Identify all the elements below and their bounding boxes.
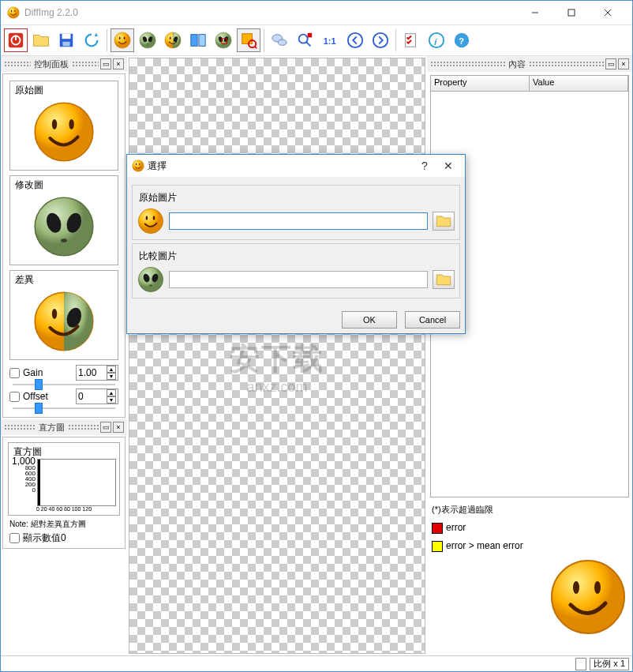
compare-path-input[interactable] <box>169 271 428 288</box>
svg-text:?: ? <box>459 36 464 46</box>
window-title: DiffImg 2.2.0 <box>24 7 517 18</box>
svg-rect-18 <box>62 34 71 39</box>
offset-spinner[interactable]: 0▲▼ <box>76 389 118 404</box>
scale-indicator[interactable]: 比例 x 1 <box>590 658 629 670</box>
view-original-button[interactable] <box>110 28 134 52</box>
select-dialog: 選擇 ? ✕ 原始圖片 比較圖片 OK Cancel <box>126 154 466 334</box>
smiley-icon <box>137 208 164 235</box>
alien-icon <box>137 266 164 293</box>
panel-close-button[interactable]: × <box>618 58 629 69</box>
panel-float-button[interactable]: ▭ <box>100 58 111 69</box>
thumb-diff[interactable]: 差異 <box>9 270 118 360</box>
col-property[interactable]: Property <box>431 76 530 91</box>
histogram-panel-header: 直方圖 ▭ × <box>1 419 127 435</box>
panel-close-button[interactable]: × <box>113 58 124 69</box>
panel-float-button[interactable]: ▭ <box>605 58 616 69</box>
overlay-button[interactable] <box>212 28 235 52</box>
status-smiley-icon <box>549 557 627 636</box>
one-to-one-button[interactable]: 1:1 <box>318 28 342 52</box>
checklist-button[interactable] <box>399 28 423 52</box>
titlebar: DiffImg 2.2.0 <box>1 1 632 24</box>
browse-compare-button[interactable] <box>433 270 455 289</box>
svg-point-32 <box>348 33 362 47</box>
refresh-button[interactable] <box>80 28 103 52</box>
svg-rect-23 <box>242 34 253 44</box>
prev-button[interactable] <box>343 28 367 52</box>
gain-checkbox[interactable] <box>9 368 20 378</box>
panel-close-button[interactable]: × <box>113 422 124 433</box>
status-box[interactable] <box>575 658 586 670</box>
minimize-button[interactable] <box>517 1 553 24</box>
svg-point-27 <box>278 39 287 45</box>
original-group-label: 原始圖片 <box>137 191 178 205</box>
gain-spinner[interactable]: 1.00▲▼ <box>76 365 118 381</box>
histogram-xaxis: 0 20 40 60 80 100 120 <box>12 506 116 512</box>
next-button[interactable] <box>369 28 392 52</box>
offset-label: Offset <box>23 391 48 402</box>
original-path-input[interactable] <box>169 212 428 230</box>
svg-line-29 <box>306 42 311 47</box>
gain-slider[interactable] <box>13 384 115 385</box>
thumb-modified[interactable]: 修改圖 <box>9 175 118 265</box>
zoom-button[interactable] <box>293 28 316 52</box>
browse-original-button[interactable] <box>433 212 455 231</box>
toolbar: 1:1 i ? <box>1 24 632 56</box>
info-button[interactable]: i <box>425 28 448 52</box>
ok-button[interactable]: OK <box>342 311 397 328</box>
compare-group-label: 比較圖片 <box>137 250 178 263</box>
view-modified-button[interactable] <box>136 28 159 52</box>
gain-label: Gain <box>23 367 43 378</box>
split-view-button[interactable] <box>186 28 210 52</box>
legend-error: error <box>432 522 627 534</box>
content-panel-header: 內容 ▭ × <box>427 56 632 72</box>
help-button[interactable]: ? <box>450 28 474 52</box>
app-icon <box>7 6 20 19</box>
offset-checkbox[interactable] <box>9 392 20 402</box>
comment-button[interactable] <box>268 28 291 52</box>
svg-line-25 <box>254 46 257 48</box>
dialog-help-button[interactable]: ? <box>413 160 436 172</box>
svg-rect-30 <box>308 33 313 38</box>
histogram-yaxis: 1,0008006004002000 <box>12 459 37 506</box>
dialog-title: 選擇 <box>148 160 413 173</box>
statusbar: 比例 x 1 <box>1 655 632 671</box>
panel-float-button[interactable]: ▭ <box>100 422 111 433</box>
svg-text:1:1: 1:1 <box>324 36 336 46</box>
svg-point-33 <box>373 33 388 47</box>
histogram-note: Note: 絕對差異直方圖 <box>9 519 118 530</box>
legend-hint: (*)表示超過臨限 <box>432 504 627 516</box>
alien-icon <box>32 195 96 258</box>
svg-rect-20 <box>191 35 197 47</box>
image-viewport[interactable]: 安下载 anxz.com <box>129 58 425 654</box>
legend-error-mean: error > mean error <box>432 540 627 552</box>
svg-rect-19 <box>62 42 69 47</box>
maximize-button[interactable] <box>553 1 590 24</box>
svg-text:i: i <box>434 37 437 47</box>
cancel-button[interactable]: Cancel <box>405 311 460 328</box>
dialog-icon <box>132 160 144 172</box>
close-button[interactable] <box>590 1 626 24</box>
control-panel-header: 控制面板 ▭ × <box>1 56 127 72</box>
diff-icon <box>32 290 96 353</box>
zoom-rect-button[interactable] <box>237 28 260 52</box>
col-value[interactable]: Value <box>530 76 628 91</box>
thumb-original[interactable]: 原始圖 <box>9 81 118 171</box>
offset-slider[interactable] <box>13 407 115 409</box>
open-button[interactable] <box>29 28 53 52</box>
show-zero-checkbox[interactable] <box>9 533 20 543</box>
quit-button[interactable] <box>4 28 28 52</box>
histogram-plot <box>37 459 116 506</box>
view-diff-button[interactable] <box>161 28 185 52</box>
smiley-icon <box>32 100 96 163</box>
dialog-close-button[interactable]: ✕ <box>436 160 460 172</box>
save-button[interactable] <box>54 28 78 52</box>
svg-rect-21 <box>199 35 205 47</box>
svg-rect-11 <box>568 9 575 16</box>
